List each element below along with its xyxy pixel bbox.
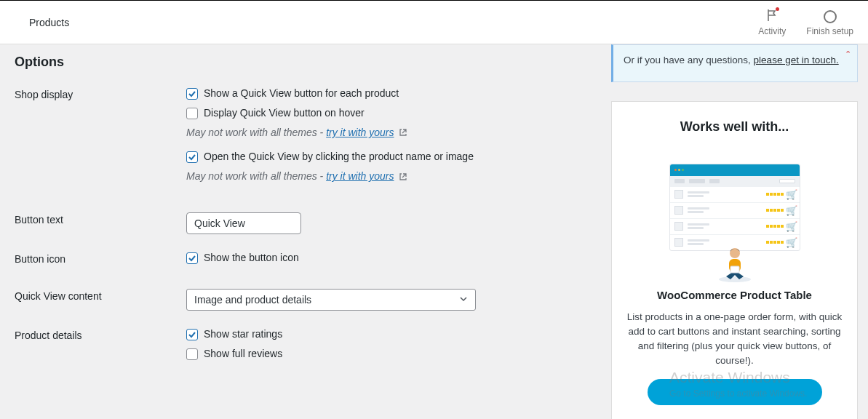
checkbox-star-ratings[interactable]: [186, 329, 198, 340]
finish-setup-button[interactable]: Finish setup: [806, 9, 853, 36]
promo-cta-button[interactable]: [648, 379, 822, 405]
button-text-label: Button text: [15, 212, 186, 234]
promo-card: Works well with... 🛒 🛒 🛒 🛒: [611, 101, 858, 419]
checkbox-label[interactable]: Show star ratings: [204, 328, 282, 340]
checkbox-label[interactable]: Show a Quick View button for each produc…: [204, 87, 399, 99]
finish-setup-label: Finish setup: [806, 26, 853, 36]
checkbox-show-quick-view[interactable]: [186, 88, 198, 100]
settings-form: Options Shop display Show a Quick View b…: [15, 44, 592, 419]
flag-icon: [766, 9, 778, 24]
helper-text: May not work with all themes - try it wi…: [186, 127, 592, 139]
promo-description: List products in a one-page order form, …: [626, 310, 843, 369]
try-it-link[interactable]: try it with yours: [326, 170, 394, 182]
try-it-link[interactable]: try it with yours: [326, 127, 394, 138]
page-title: Products: [29, 17, 69, 28]
checkbox-label[interactable]: Open the Quick View by clicking the prod…: [204, 151, 474, 162]
shop-display-label: Shop display: [15, 87, 186, 195]
svg-point-2: [730, 248, 740, 258]
button-icon-label: Button icon: [15, 252, 186, 271]
checkbox-full-reviews[interactable]: [186, 348, 198, 360]
checkbox-hover[interactable]: [186, 108, 198, 119]
get-in-touch-link[interactable]: please get in touch.: [754, 55, 839, 65]
notice-text: Or if you have any questions,: [624, 55, 754, 65]
external-link-icon: [399, 127, 407, 139]
quick-view-content-label: Quick View content: [15, 289, 186, 311]
promo-heading: WooCommerce Product Table: [626, 289, 843, 301]
circle-icon: [824, 10, 837, 23]
external-link-icon: [399, 172, 407, 183]
svg-rect-3: [730, 266, 739, 273]
activity-button[interactable]: Activity: [758, 9, 786, 36]
promo-title: Works well with...: [626, 119, 843, 135]
top-bar: Products Activity Finish setup: [0, 0, 868, 44]
checkbox-open-click[interactable]: [186, 151, 198, 163]
button-text-input[interactable]: [186, 212, 301, 234]
checkbox-label[interactable]: Show the button icon: [204, 252, 299, 263]
activity-label: Activity: [758, 26, 786, 36]
helper-text: May not work with all themes - try it wi…: [186, 170, 592, 183]
quick-view-content-select[interactable]: Image and product details: [186, 289, 476, 311]
notice-box: ⌃ Or if you have any questions, please g…: [611, 44, 858, 82]
chevron-down-icon: [459, 294, 468, 306]
checkbox-show-icon[interactable]: [186, 252, 198, 264]
svg-point-0: [719, 276, 751, 282]
checkbox-label[interactable]: Display Quick View button on hover: [204, 107, 365, 119]
person-icon: [713, 239, 757, 284]
promo-illustration: 🛒 🛒 🛒 🛒: [669, 151, 800, 282]
checkbox-label[interactable]: Show full reviews: [204, 348, 282, 359]
section-title: Options: [15, 55, 592, 70]
product-details-label: Product details: [15, 328, 186, 367]
caret-up-icon: ⌃: [845, 48, 851, 61]
select-value: Image and product details: [194, 294, 311, 306]
